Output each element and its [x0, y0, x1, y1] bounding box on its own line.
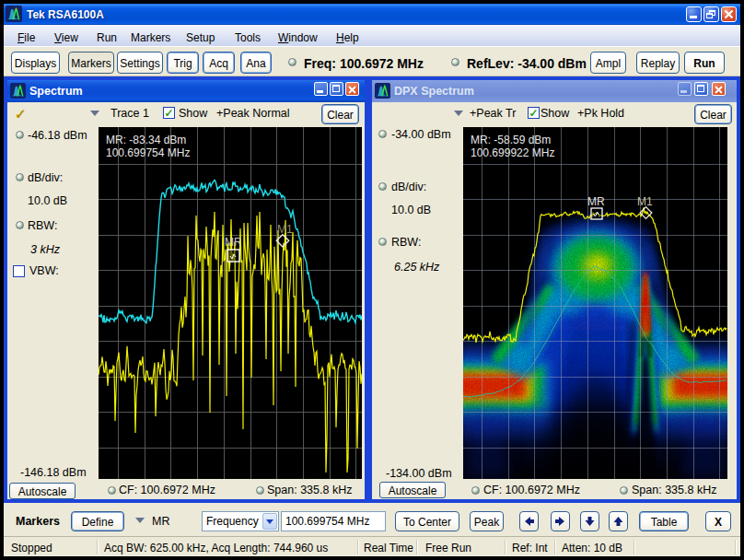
svg-text:MR: MR — [587, 195, 605, 208]
svg-text:MR: -83.34 dBm: MR: -83.34 dBm — [106, 134, 186, 146]
svg-text:100.699922 MHz: 100.699922 MHz — [471, 146, 554, 159]
svg-text:M1: M1 — [637, 195, 653, 208]
svg-text:M1: M1 — [277, 223, 293, 236]
svg-text:MR: -58.59 dBm: MR: -58.59 dBm — [471, 134, 551, 146]
svg-text:MR: MR — [225, 236, 242, 249]
svg-text:100.699754 MHz: 100.699754 MHz — [106, 146, 190, 159]
